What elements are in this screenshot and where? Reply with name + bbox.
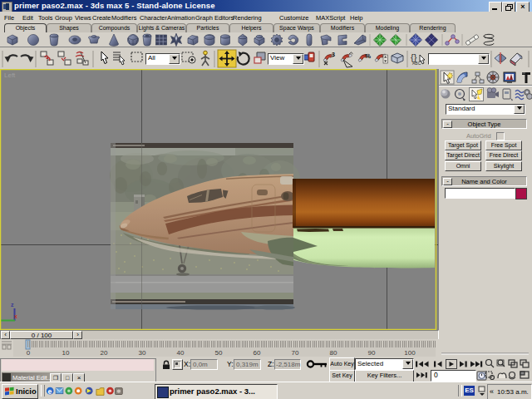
svg-text:3: 3 [332,52,335,57]
svg-text:100: 100 [404,349,416,357]
svg-text:30: 30 [139,349,146,357]
svg-text:x: x [14,313,17,319]
svg-text:90: 90 [368,349,376,357]
svg-text:50: 50 [215,349,223,357]
svg-text:80: 80 [330,349,337,357]
svg-text:Left: Left [4,71,16,79]
svg-text:40: 40 [177,349,185,357]
svg-text:e: e [48,387,52,396]
svg-text:60: 60 [254,349,261,357]
svg-text:0: 0 [27,349,31,357]
svg-text:20: 20 [101,349,108,357]
svg-text:z: z [11,302,14,308]
svg-text:70: 70 [292,349,299,357]
svg-text:%: % [365,52,371,60]
svg-text:10: 10 [62,349,70,357]
